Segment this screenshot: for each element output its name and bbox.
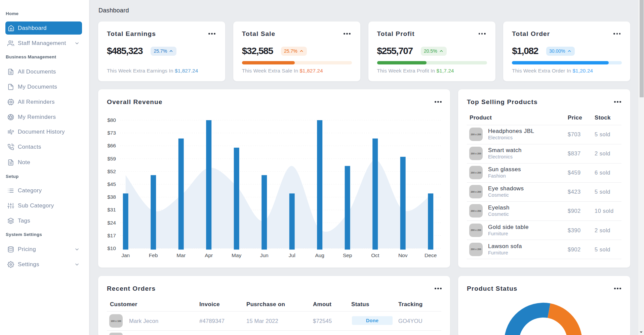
svg-text:May: May bbox=[232, 252, 242, 258]
svg-text:$59: $59 bbox=[107, 156, 116, 161]
svg-text:Sep: Sep bbox=[343, 252, 352, 258]
svg-text:Jun: Jun bbox=[260, 252, 269, 258]
svg-text:$10: $10 bbox=[107, 245, 116, 251]
svg-text:Mar: Mar bbox=[176, 252, 186, 258]
svg-text:$38: $38 bbox=[107, 194, 116, 200]
svg-text:Apr: Apr bbox=[205, 252, 213, 258]
svg-text:$52: $52 bbox=[107, 169, 116, 174]
svg-text:Feb: Feb bbox=[149, 252, 158, 258]
svg-text:$17: $17 bbox=[107, 233, 116, 238]
svg-text:Jul: Jul bbox=[289, 252, 295, 258]
svg-text:$45: $45 bbox=[107, 181, 116, 187]
svg-text:Oct: Oct bbox=[371, 252, 379, 258]
svg-text:$24: $24 bbox=[107, 220, 116, 226]
svg-text:Jan: Jan bbox=[121, 252, 130, 258]
svg-text:$31: $31 bbox=[107, 207, 116, 212]
svg-text:$80: $80 bbox=[107, 117, 116, 123]
svg-text:Nov: Nov bbox=[398, 252, 408, 258]
svg-text:Dece: Dece bbox=[425, 252, 437, 258]
svg-text:$66: $66 bbox=[107, 143, 116, 148]
svg-text:$73: $73 bbox=[107, 130, 116, 136]
svg-text:Aug: Aug bbox=[315, 252, 324, 258]
